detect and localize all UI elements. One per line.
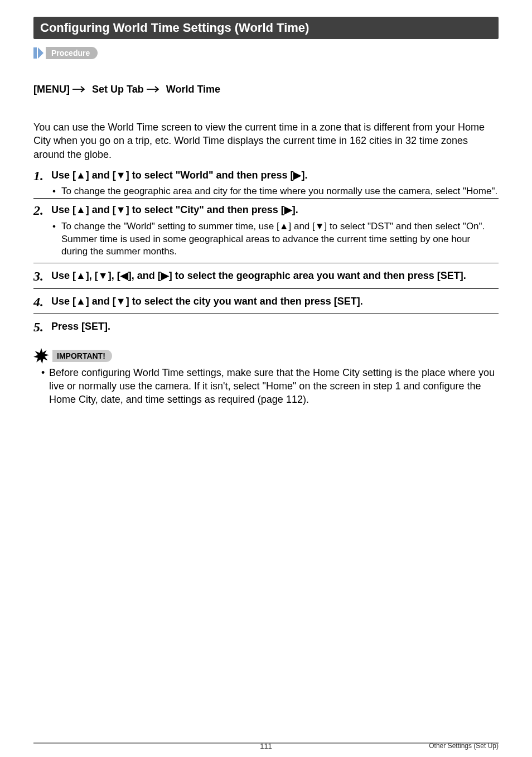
t: ] and [ [86, 296, 116, 307]
bullet-item: To change the geographic area and city f… [52, 185, 499, 198]
right-triangle-icon: ▶ [284, 204, 292, 215]
step-bullets: To change the "World" setting to summer … [52, 220, 499, 259]
down-triangle-icon: ▼ [98, 270, 108, 281]
up-triangle-icon: ▲ [76, 270, 86, 281]
arrow-right-icon [72, 62, 89, 116]
step-title: Use [▲] and [▼] to select "City" and the… [51, 203, 499, 216]
t: ], [ [108, 270, 120, 281]
down-triangle-icon: ▼ [116, 204, 126, 215]
right-triangle-icon: ▶ [293, 170, 301, 181]
t: Use [ [51, 204, 76, 215]
menu-path: [MENU] Set Up Tab World Time [33, 62, 499, 116]
step-block: 2. Use [▲] and [▼] to select "City" and … [33, 198, 499, 263]
t: ]. [301, 170, 307, 181]
important-label: IMPORTANT! [52, 350, 112, 362]
step-number: 5. [33, 320, 47, 334]
t: ]. [292, 204, 298, 215]
arrow-right-icon [147, 62, 163, 116]
step-title: Press [SET]. [51, 320, 499, 333]
bullet-item: To change the "World" setting to summer … [52, 220, 499, 259]
t: Press [SET]. [51, 321, 110, 332]
step-block: 3. Use [▲], [▼], [◀], and [▶] to select … [33, 269, 499, 288]
t: ] and [ [86, 204, 116, 215]
page-footer: 111 Other Settings (Set Up) [33, 742, 499, 746]
menu-path-part-3: World Time [163, 84, 220, 95]
page-number: 111 [260, 742, 272, 750]
procedure-bar-icon [33, 47, 37, 59]
down-triangle-icon: ▼ [116, 170, 126, 181]
step-block: 4. Use [▲] and [▼] to select the city yo… [33, 295, 499, 314]
step-block: 5. Press [SET]. [33, 320, 499, 339]
step-number: 1. [33, 168, 47, 183]
down-triangle-icon: ▼ [116, 296, 126, 307]
step-bullets: To change the geographic area and city f… [52, 185, 499, 198]
up-triangle-icon: ▲ [76, 296, 86, 307]
procedure-arrow-icon [38, 47, 43, 59]
t: Use [ [51, 296, 76, 307]
up-triangle-icon: ▲ [76, 170, 86, 181]
menu-path-part-2: Set Up Tab [89, 84, 147, 95]
step-number: 2. [33, 203, 47, 218]
svg-marker-2 [33, 348, 49, 364]
burst-icon [33, 348, 49, 364]
step-block: 1. Use [▲] and [▼] to select "World" and… [33, 168, 499, 198]
intro-text: You can use the World Time screen to vie… [33, 120, 499, 161]
important-badge: IMPORTANT! [33, 348, 499, 364]
footer-section: Other Settings (Set Up) [429, 742, 499, 750]
t: ] to select the city you want and then p… [126, 296, 363, 307]
step-number: 4. [33, 295, 47, 309]
section-header: Configuring World Time Settings (World T… [33, 17, 499, 39]
t: Use [ [51, 170, 76, 181]
important-note: Before configuring World Time settings, … [41, 366, 499, 407]
right-triangle-icon: ▶ [161, 270, 169, 281]
step-title: Use [▲], [▼], [◀], and [▶] to select the… [51, 269, 499, 282]
step-title: Use [▲] and [▼] to select "World" and th… [51, 168, 499, 182]
up-triangle-icon: ▲ [76, 204, 86, 215]
t: Use [ [51, 270, 76, 281]
t: ], and [ [128, 270, 161, 281]
step-number: 3. [33, 269, 47, 283]
important-note-list: Before configuring World Time settings, … [33, 366, 499, 407]
t: ] and [ [86, 170, 116, 181]
procedure-label: Procedure [46, 47, 98, 59]
t: ] to select the geographic area you want… [169, 270, 466, 281]
t: ] to select "World" and then press [ [126, 170, 294, 181]
t: ], [ [86, 270, 98, 281]
t: ] to select "City" and then press [ [126, 204, 284, 215]
menu-path-part-1: [MENU] [33, 84, 72, 95]
procedure-badge: Procedure [33, 47, 499, 59]
step-title: Use [▲] and [▼] to select the city you w… [51, 295, 499, 308]
left-triangle-icon: ◀ [120, 270, 128, 281]
